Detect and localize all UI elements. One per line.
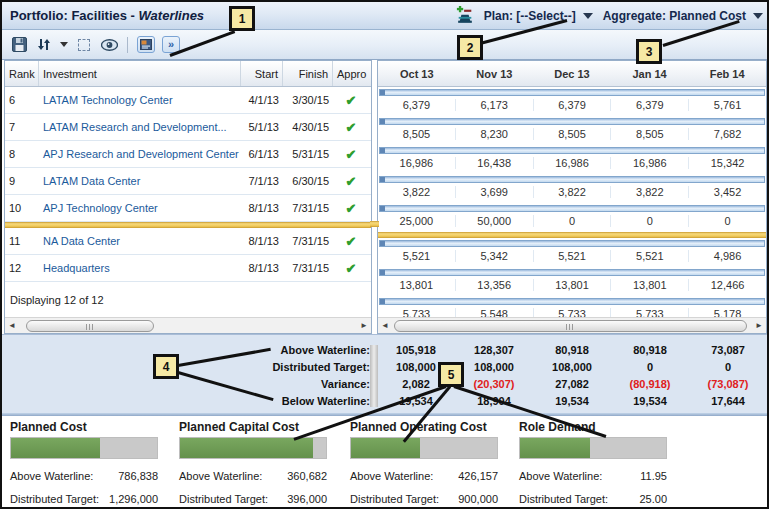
scrollbar-thumb[interactable] (394, 320, 747, 332)
timeline-row: 25,00050,000000 (378, 205, 766, 232)
timeline-value-cell: 6,379 (533, 99, 611, 111)
page-title: Portfolio: Facilities - Waterlines (2, 8, 204, 23)
timeline-value-cell: 12,466 (688, 279, 766, 291)
scroll-left-arrow-icon[interactable]: ◄ (5, 318, 19, 334)
summary-value: 18,904 (455, 395, 533, 407)
gantt-bar[interactable] (379, 269, 765, 276)
investment-link[interactable]: NA Data Center (39, 235, 241, 247)
gantt-bar[interactable] (379, 118, 765, 125)
scroll-right-arrow-icon[interactable]: ► (357, 318, 371, 334)
timeline-value-cell: 8,505 (533, 128, 611, 140)
approved-check-icon: ✔ (333, 201, 369, 216)
investment-link[interactable]: LATAM Technology Center (39, 94, 241, 106)
chevron-down-icon[interactable] (583, 13, 593, 19)
scroll-left-arrow-icon[interactable]: ◄ (378, 318, 392, 334)
investment-row[interactable]: 7LATAM Research and Development...5/1/13… (5, 114, 371, 141)
investment-row[interactable]: 8APJ Research and Development Center6/1/… (5, 141, 371, 168)
approved-check-icon: ✔ (333, 234, 369, 249)
view-icon[interactable] (100, 36, 118, 54)
plan-selector-label: Plan: [--Select--] (484, 9, 576, 23)
multiselect-icon[interactable] (75, 36, 93, 54)
summary-label: Above Waterline: (2, 344, 370, 356)
summary-value: 2,082 (377, 378, 455, 390)
investment-link[interactable]: APJ Research and Development Center (39, 148, 241, 160)
timeline-row: 8,5058,2308,5058,5057,682 (378, 118, 766, 145)
metric-target-value: 25.00 (639, 493, 667, 505)
gantt-bar[interactable] (379, 240, 765, 247)
investment-row[interactable]: 10APJ Technology Center8/1/137/31/15✔ (5, 195, 371, 222)
waterline-divider[interactable] (370, 221, 379, 227)
summary-value: 108,000 (377, 361, 455, 373)
timeline-value-cell: 13,801 (378, 279, 455, 291)
gantt-bar[interactable] (379, 147, 765, 154)
plan-selector[interactable]: Plan: [--Select--] (484, 9, 593, 23)
aggregate-selector[interactable]: Aggregate: Planned Cost (603, 9, 763, 23)
start-date-cell: 8/1/13 (241, 235, 283, 247)
investment-link[interactable]: Headquarters (39, 262, 241, 274)
investment-row[interactable]: 6LATAM Technology Center4/1/133/30/15✔ (5, 87, 371, 114)
gantt-bar[interactable] (379, 176, 765, 183)
metric-target-value: 396,000 (287, 493, 327, 505)
investment-row[interactable]: 11NA Data Center8/1/137/31/15✔ (5, 228, 371, 255)
investment-row[interactable]: 12Headquarters8/1/137/31/15✔ (5, 255, 371, 282)
summary-row: Variance:2,082(20,307)27,082(80,918)(73,… (2, 375, 767, 392)
summary-value: 80,918 (611, 344, 689, 356)
metric-panel: Planned Operating CostAbove Waterline:42… (350, 420, 498, 505)
timeline-value-cell: 13,356 (455, 279, 533, 291)
waterline-divider[interactable] (378, 232, 766, 238)
timeline-value-cell: 13,801 (533, 279, 611, 291)
investment-link[interactable]: LATAM Research and Development... (39, 121, 241, 133)
metric-target-value: 900,000 (458, 493, 498, 505)
rank-cell: 6 (5, 94, 39, 106)
rank-cell: 10 (5, 202, 39, 214)
investments-horizontal-scrollbar[interactable]: ◄ ► (5, 317, 371, 333)
month-header: Dec 13 (533, 61, 611, 86)
gantt-bar[interactable] (379, 298, 765, 305)
chevron-down-icon[interactable] (753, 13, 763, 19)
summary-value: (20,307) (455, 378, 533, 390)
gantt-bar[interactable] (379, 89, 765, 96)
start-date-cell: 7/1/13 (241, 175, 283, 187)
export-powerpoint-icon[interactable] (137, 36, 155, 53)
save-icon[interactable] (10, 36, 28, 54)
timeline-row: 16,98616,43816,98616,98615,342 (378, 147, 766, 174)
summary-value: 80,918 (533, 344, 611, 356)
timeline-value-cell: 3,699 (455, 186, 533, 198)
investment-row[interactable]: 9LATAM Data Center7/1/136/30/15✔ (5, 168, 371, 195)
summary-value: 19,534 (377, 395, 455, 407)
column-header-appro[interactable]: Appro (333, 61, 369, 86)
metric-progress-fill (180, 438, 313, 458)
metric-progress-fill (11, 438, 100, 458)
summary-value: 17,644 (689, 395, 767, 407)
sort-icon[interactable] (35, 36, 53, 54)
scrollbar-thumb[interactable] (26, 320, 154, 332)
scroll-right-arrow-icon[interactable]: ► (752, 318, 766, 334)
timeline-value-cell: 3,452 (688, 186, 766, 198)
investment-link[interactable]: APJ Technology Center (39, 202, 241, 214)
add-plan-icon[interactable] (456, 7, 474, 25)
timeline-value-cell: 6,379 (610, 99, 688, 111)
metric-progress-bar (179, 437, 327, 459)
column-header-finish[interactable]: Finish (283, 61, 333, 86)
timeline-value-cell: 5,342 (455, 250, 533, 262)
column-header-start[interactable]: Start (241, 61, 283, 86)
month-header: Nov 13 (456, 61, 534, 86)
dropdown-caret-icon[interactable] (60, 42, 68, 47)
metric-target-label: Distributed Target: (10, 493, 99, 505)
timeline-row: 6,3796,1736,3796,3795,761 (378, 89, 766, 116)
summary-label: Variance: (2, 378, 370, 390)
timeline-value-cell: 6,379 (378, 99, 455, 111)
column-header-rank[interactable]: Rank (5, 61, 39, 86)
expand-toolbar-icon[interactable]: » (162, 36, 180, 53)
summary-value: 0 (689, 361, 767, 373)
timeline-value-cell: 3,822 (610, 186, 688, 198)
timeline-value-cell: 0 (688, 215, 766, 227)
gantt-bar-cap (380, 241, 385, 246)
start-date-cell: 6/1/13 (241, 148, 283, 160)
timeline-horizontal-scrollbar[interactable]: ◄ ► (378, 317, 766, 333)
summary-value: 73,087 (689, 344, 767, 356)
investment-link[interactable]: LATAM Data Center (39, 175, 241, 187)
gantt-bar[interactable] (379, 205, 765, 212)
metric-progress-fill (351, 438, 420, 458)
column-header-investment[interactable]: Investment (39, 61, 241, 86)
